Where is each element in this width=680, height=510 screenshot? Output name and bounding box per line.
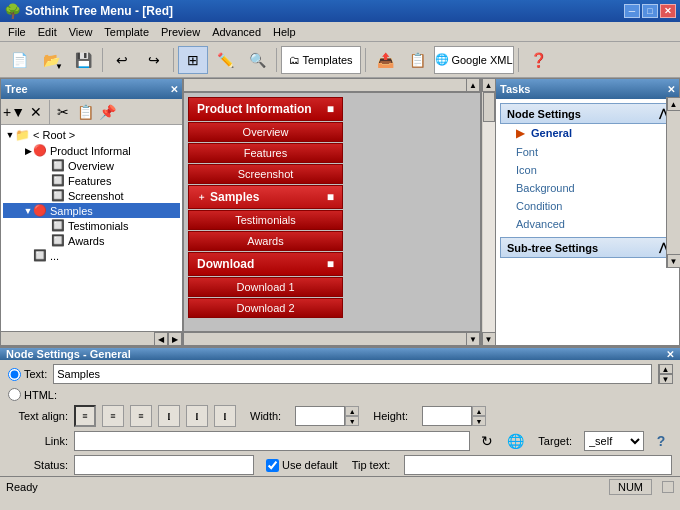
scroll-thumb[interactable]: [483, 92, 495, 122]
tip-text-input[interactable]: [404, 455, 672, 475]
task-general[interactable]: ▶ General: [500, 124, 675, 143]
tree-item-samples[interactable]: ▼ 🔴 Samples: [3, 203, 180, 218]
maximize-button[interactable]: □: [642, 4, 658, 18]
use-default-checkbox[interactable]: [266, 459, 279, 472]
tree-scroll-right[interactable]: ▶: [168, 332, 182, 346]
task-advanced[interactable]: Advanced: [500, 215, 675, 233]
tree-item-testimonials[interactable]: 🔲 Testimonials: [3, 218, 180, 233]
samples-expand[interactable]: ▼: [23, 206, 33, 216]
align-left-btn[interactable]: ≡: [74, 405, 96, 427]
tree-panel-close[interactable]: ✕: [170, 84, 178, 95]
product-expand[interactable]: ▶: [23, 146, 33, 156]
preview-scroll-down[interactable]: ▼: [466, 332, 480, 346]
task-font[interactable]: Font: [500, 143, 675, 161]
text-radio[interactable]: Text:: [8, 368, 47, 381]
tree-item-more[interactable]: 🔲 ...: [3, 248, 180, 263]
tasks-scroll-up[interactable]: ▲: [667, 97, 681, 111]
text-input[interactable]: [53, 364, 652, 384]
target-select[interactable]: _self _blank _parent _top: [584, 431, 644, 451]
preview-item-overview[interactable]: Overview: [188, 122, 343, 142]
resize-grip[interactable]: [662, 481, 674, 493]
view-btn-2[interactable]: ✏️: [210, 46, 240, 74]
export-btn-2[interactable]: 📋: [402, 46, 432, 74]
tree-cut-btn[interactable]: ✂: [52, 102, 74, 122]
save-button[interactable]: 💾: [68, 46, 98, 74]
target-help-btn[interactable]: ?: [650, 431, 672, 451]
tree-item-overview[interactable]: 🔲 Overview: [3, 158, 180, 173]
node-settings-header[interactable]: Node Settings ⋀: [500, 103, 675, 124]
tree-add-dropdown[interactable]: +▼: [3, 102, 25, 122]
preview-item-awards[interactable]: Awards: [188, 231, 343, 251]
menu-template[interactable]: Template: [98, 22, 155, 41]
link-web-btn[interactable]: 🌐: [504, 431, 526, 451]
root-expand[interactable]: ▼: [5, 130, 15, 140]
menu-preview[interactable]: Preview: [155, 22, 206, 41]
align-middle-btn[interactable]: ⫿: [186, 405, 208, 427]
scroll-up-arrow[interactable]: ▲: [482, 78, 496, 92]
width-up[interactable]: ▲: [345, 406, 359, 416]
align-bottom-btn[interactable]: ⫿: [214, 405, 236, 427]
height-up[interactable]: ▲: [472, 406, 486, 416]
tree-delete-btn[interactable]: ✕: [25, 102, 47, 122]
task-condition[interactable]: Condition: [500, 197, 675, 215]
tree-item-features[interactable]: 🔲 Features: [3, 173, 180, 188]
text-radio-input[interactable]: [8, 368, 21, 381]
height-down[interactable]: ▼: [472, 416, 486, 426]
text-scrollbar: ▲ ▼: [658, 364, 672, 384]
preview-item-testimonials[interactable]: Testimonials: [188, 210, 343, 230]
open-button[interactable]: 📂▼: [36, 46, 66, 74]
html-radio-input[interactable]: [8, 388, 21, 401]
menu-view[interactable]: View: [63, 22, 99, 41]
tasks-scroll-down[interactable]: ▼: [667, 254, 681, 268]
preview-header-download[interactable]: Download ■: [188, 252, 343, 276]
undo-button[interactable]: ↩: [107, 46, 137, 74]
align-center-btn[interactable]: ≡: [102, 405, 124, 427]
view-btn-1[interactable]: ⊞: [178, 46, 208, 74]
tree-scroll-left[interactable]: ◀: [154, 332, 168, 346]
menu-file[interactable]: File: [2, 22, 32, 41]
preview-item-download2[interactable]: Download 2: [188, 298, 343, 318]
menu-advanced[interactable]: Advanced: [206, 22, 267, 41]
link-input[interactable]: [74, 431, 470, 451]
menu-help[interactable]: Help: [267, 22, 302, 41]
templates-button[interactable]: 🗂Templates: [281, 46, 361, 74]
tree-paste-btn[interactable]: 📌: [96, 102, 118, 122]
tree-item-screenshot[interactable]: 🔲 Screenshot: [3, 188, 180, 203]
scroll-down-arrow[interactable]: ▼: [482, 332, 496, 346]
align-top-btn[interactable]: ⫿: [158, 405, 180, 427]
minimize-button[interactable]: ─: [624, 4, 640, 18]
view-btn-3[interactable]: 🔍: [242, 46, 272, 74]
close-button[interactable]: ✕: [660, 4, 676, 18]
task-icon[interactable]: Icon: [500, 161, 675, 179]
tree-item-product[interactable]: ▶ 🔴 Product Informal: [3, 143, 180, 158]
text-scroll-up[interactable]: ▲: [659, 364, 673, 374]
preview-item-download1[interactable]: Download 1: [188, 277, 343, 297]
help-button[interactable]: ❓: [523, 46, 553, 74]
html-radio[interactable]: HTML:: [8, 388, 57, 401]
tree-copy-btn[interactable]: 📋: [74, 102, 96, 122]
preview-item-screenshot[interactable]: Screenshot: [188, 164, 343, 184]
task-background[interactable]: Background: [500, 179, 675, 197]
status-input[interactable]: [74, 455, 254, 475]
google-xml-button[interactable]: 🌐Google XML: [434, 46, 514, 74]
text-scroll-down[interactable]: ▼: [659, 374, 673, 384]
width-down[interactable]: ▼: [345, 416, 359, 426]
subtree-settings-header[interactable]: Sub-tree Settings ⋀: [500, 237, 675, 258]
link-browse-btn[interactable]: ↻: [476, 431, 498, 451]
preview-scroll-up[interactable]: ▲: [466, 78, 480, 92]
use-default-checkbox-wrap[interactable]: Use default: [266, 459, 338, 472]
redo-button[interactable]: ↪: [139, 46, 169, 74]
tree-root[interactable]: ▼ 📁 < Root >: [3, 127, 180, 143]
export-btn-1[interactable]: 📤: [370, 46, 400, 74]
tasks-panel-close[interactable]: ✕: [667, 84, 675, 95]
ns-panel-close[interactable]: ✕: [666, 349, 674, 360]
preview-item-features[interactable]: Features: [188, 143, 343, 163]
tree-item-awards[interactable]: 🔲 Awards: [3, 233, 180, 248]
preview-header-product[interactable]: Product Information ■: [188, 97, 343, 121]
align-right-btn[interactable]: ≡: [130, 405, 152, 427]
width-input[interactable]: [295, 406, 345, 426]
new-button[interactable]: 📄: [4, 46, 34, 74]
menu-edit[interactable]: Edit: [32, 22, 63, 41]
preview-header-samples[interactable]: ＋Samples ■: [188, 185, 343, 209]
height-input[interactable]: [422, 406, 472, 426]
